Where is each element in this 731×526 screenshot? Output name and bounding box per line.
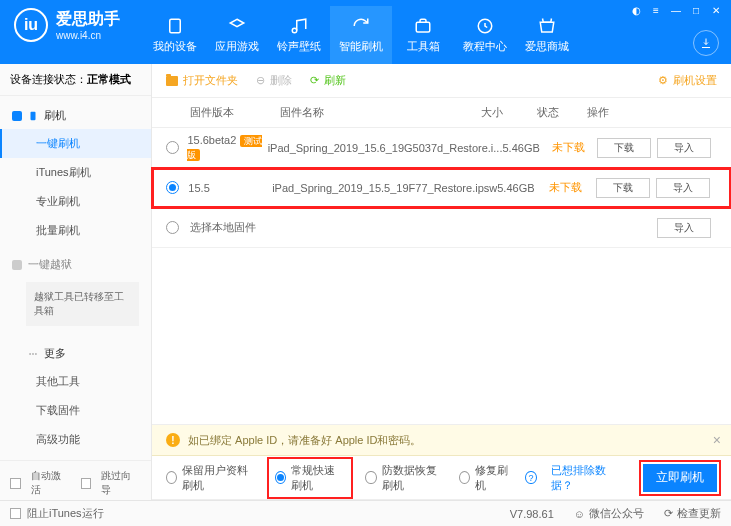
table-header: 固件版本 固件名称 大小 状态 操作 bbox=[152, 98, 731, 128]
skip-guide-checkbox[interactable] bbox=[81, 478, 92, 489]
maximize-icon[interactable]: □ bbox=[687, 4, 705, 16]
import-button[interactable]: 导入 bbox=[657, 218, 711, 238]
nav-flash[interactable]: 智能刷机 bbox=[330, 6, 392, 64]
th-ops: 操作 bbox=[587, 105, 717, 120]
sidebar-item-other-tools[interactable]: 其他工具 bbox=[0, 367, 151, 396]
sidebar-group-jailbreak[interactable]: 一键越狱 bbox=[0, 251, 151, 278]
connection-status: 设备连接状态：正常模式 bbox=[0, 64, 151, 96]
brand-sub: www.i4.cn bbox=[56, 30, 120, 41]
th-status: 状态 bbox=[537, 105, 587, 120]
nav-store[interactable]: 爱思商城 bbox=[516, 6, 578, 64]
logo: iu 爱思助手 www.i4.cn bbox=[0, 0, 134, 50]
appleid-warning: ! 如已绑定 Apple ID，请准备好 Apple ID和密码。 × bbox=[152, 424, 731, 456]
wechat-link[interactable]: ☺微信公众号 bbox=[574, 506, 644, 521]
delete-icon: ⊖ bbox=[256, 74, 265, 87]
nav-apps[interactable]: 应用游戏 bbox=[206, 6, 268, 64]
theme-icon[interactable]: ◐ bbox=[627, 4, 645, 16]
nav-ringtones[interactable]: 铃声壁纸 bbox=[268, 6, 330, 64]
nav-tutorials[interactable]: 教程中心 bbox=[454, 6, 516, 64]
row-radio[interactable] bbox=[166, 141, 179, 154]
row-radio[interactable] bbox=[166, 181, 179, 194]
warning-icon: ! bbox=[166, 433, 180, 447]
sidebar-group-flash[interactable]: 刷机 bbox=[0, 102, 151, 129]
svg-point-6 bbox=[32, 353, 34, 355]
radio-icon bbox=[365, 471, 376, 484]
svg-rect-2 bbox=[416, 22, 430, 32]
firmware-row[interactable]: 15.6beta2测试版 iPad_Spring_2019_15.6_19G50… bbox=[152, 128, 731, 168]
radio-icon bbox=[459, 471, 470, 484]
opt-repair[interactable]: 修复刷机 bbox=[459, 463, 511, 493]
import-button[interactable]: 导入 bbox=[656, 178, 710, 198]
flash-now-button[interactable]: 立即刷机 bbox=[643, 464, 717, 492]
update-icon: ⟳ bbox=[664, 507, 673, 520]
sidebar-group-more[interactable]: 更多 bbox=[0, 340, 151, 367]
open-folder-button[interactable]: 打开文件夹 bbox=[166, 73, 238, 88]
window-controls: ◐ ≡ — □ ✕ bbox=[627, 4, 725, 16]
refresh-button[interactable]: ⟳刷新 bbox=[310, 73, 346, 88]
download-button[interactable]: 下载 bbox=[596, 178, 650, 198]
block-itunes-checkbox[interactable] bbox=[10, 508, 21, 519]
download-indicator-icon[interactable] bbox=[693, 30, 719, 56]
app-header: iu 爱思助手 www.i4.cn 我的设备 应用游戏 铃声壁纸 智能刷机 工具… bbox=[0, 0, 731, 64]
folder-icon bbox=[166, 76, 178, 86]
delete-button[interactable]: ⊖删除 bbox=[256, 73, 292, 88]
sidebar-item-batch[interactable]: 批量刷机 bbox=[0, 216, 151, 245]
menu-icon[interactable]: ≡ bbox=[647, 4, 665, 16]
brand-title: 爱思助手 bbox=[56, 9, 120, 30]
opt-keep-data[interactable]: 保留用户资料刷机 bbox=[166, 463, 255, 493]
toolbar: 打开文件夹 ⊖删除 ⟳刷新 ⚙刷机设置 bbox=[152, 64, 731, 98]
version-label: V7.98.61 bbox=[510, 508, 554, 520]
radio-icon bbox=[166, 471, 177, 484]
status-bar: 阻止iTunes运行 V7.98.61 ☺微信公众号 ⟳检查更新 bbox=[0, 500, 731, 526]
minimize-icon[interactable]: — bbox=[667, 4, 685, 16]
sidebar-item-download-fw[interactable]: 下载固件 bbox=[0, 396, 151, 425]
nav-my-device[interactable]: 我的设备 bbox=[144, 6, 206, 64]
row-radio[interactable] bbox=[166, 221, 179, 234]
svg-point-7 bbox=[35, 353, 37, 355]
flash-settings-button[interactable]: ⚙刷机设置 bbox=[658, 73, 717, 88]
exclude-data-link[interactable]: 已想排除数据？ bbox=[551, 463, 616, 493]
gear-icon: ⚙ bbox=[658, 74, 668, 87]
nav-toolbox[interactable]: 工具箱 bbox=[392, 6, 454, 64]
lock-icon bbox=[12, 260, 22, 270]
top-nav: 我的设备 应用游戏 铃声壁纸 智能刷机 工具箱 教程中心 爱思商城 bbox=[144, 0, 578, 64]
jailbreak-note: 越狱工具已转移至工具箱 bbox=[26, 282, 139, 326]
refresh-icon: ⟳ bbox=[310, 74, 319, 87]
download-button[interactable]: 下载 bbox=[597, 138, 651, 158]
opt-anti-recovery[interactable]: 防数据恢复刷机 bbox=[365, 463, 445, 493]
svg-point-1 bbox=[292, 28, 297, 33]
th-version: 固件版本 bbox=[190, 105, 280, 120]
main-panel: 打开文件夹 ⊖删除 ⟳刷新 ⚙刷机设置 固件版本 固件名称 大小 状态 操作 1… bbox=[152, 64, 731, 500]
close-icon[interactable]: ✕ bbox=[707, 4, 725, 16]
sidebar-item-pro[interactable]: 专业刷机 bbox=[0, 187, 151, 216]
local-firmware-row[interactable]: 选择本地固件 导入 bbox=[152, 208, 731, 248]
flash-options: 保留用户资料刷机 常规快速刷机 防数据恢复刷机 修复刷机 ? 已想排除数据？ 立… bbox=[152, 456, 731, 500]
import-button[interactable]: 导入 bbox=[657, 138, 711, 158]
radio-icon bbox=[275, 471, 286, 484]
th-name: 固件名称 bbox=[280, 105, 481, 120]
sidebar-item-itunes[interactable]: iTunes刷机 bbox=[0, 158, 151, 187]
warning-close-button[interactable]: × bbox=[713, 432, 721, 448]
auto-activate-checkbox[interactable] bbox=[10, 478, 21, 489]
check-update-link[interactable]: ⟳检查更新 bbox=[664, 506, 721, 521]
svg-rect-0 bbox=[170, 19, 181, 33]
opt-normal-fast[interactable]: 常规快速刷机 bbox=[269, 459, 352, 497]
firmware-row-selected[interactable]: 15.5 iPad_Spring_2019_15.5_19F77_Restore… bbox=[152, 168, 731, 208]
sidebar-item-advanced[interactable]: 高级功能 bbox=[0, 425, 151, 454]
sidebar-checks: 自动激活 跳过向导 bbox=[0, 460, 151, 505]
svg-rect-4 bbox=[31, 111, 36, 119]
wechat-icon: ☺ bbox=[574, 508, 585, 520]
sidebar-item-oneclick[interactable]: 一键刷机 bbox=[0, 129, 151, 158]
svg-point-5 bbox=[29, 353, 31, 355]
th-size: 大小 bbox=[481, 105, 537, 120]
help-icon[interactable]: ? bbox=[525, 471, 536, 484]
logo-icon: iu bbox=[14, 8, 48, 42]
sidebar: 设备连接状态：正常模式 刷机 一键刷机 iTunes刷机 专业刷机 批量刷机 一… bbox=[0, 64, 152, 500]
